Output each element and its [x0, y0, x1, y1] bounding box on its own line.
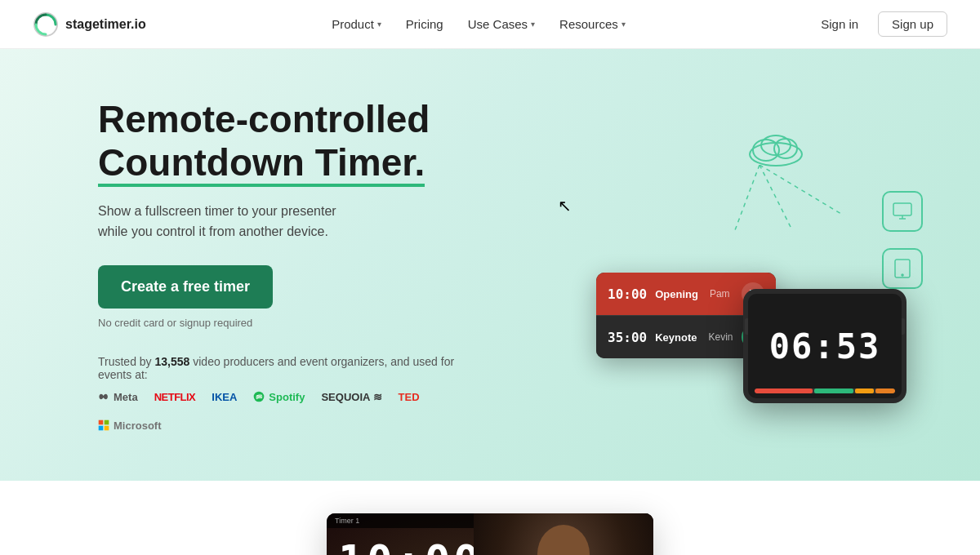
trust-section: Trusted by 13,558 video producers and ev…: [98, 355, 490, 432]
progress-orange: [875, 388, 895, 393]
svg-rect-2: [99, 420, 104, 425]
svg-point-7: [753, 140, 779, 161]
svg-line-10: [735, 165, 760, 230]
brand-netflix: NETFLIX: [154, 391, 196, 403]
timer2-time: 35:00: [608, 330, 647, 345]
svg-point-21: [537, 525, 590, 555]
nav-use-cases[interactable]: Use Cases ▾: [468, 17, 535, 31]
video-person: [474, 513, 653, 555]
brand-ikea: IKEA: [212, 391, 237, 403]
video-wrapper[interactable]: Timer 1 10:00: [327, 513, 653, 555]
nav-pricing[interactable]: Pricing: [406, 17, 443, 31]
brand-logos: Meta NETFLIX IKEA Spotify SEQUOIA ≋ TED …: [98, 391, 490, 432]
tablet-time: 06:53: [769, 326, 880, 366]
trust-text: Trusted by 13,558 video producers and ev…: [98, 355, 490, 381]
svg-rect-4: [99, 426, 104, 431]
cloud-illustration: [743, 126, 808, 170]
signin-button[interactable]: Sign in: [811, 12, 868, 36]
brand-microsoft: Microsoft: [98, 420, 162, 432]
tablet-display: 06:53: [743, 289, 906, 403]
site-logo[interactable]: stagetimer.io: [33, 11, 146, 38]
timer2-presenter: Kevin: [708, 331, 733, 343]
timer1-time: 10:00: [608, 286, 647, 302]
signup-button[interactable]: Sign up: [878, 11, 947, 37]
logo-text: stagetimer.io: [65, 17, 146, 32]
cursor-icon: ↖: [558, 196, 572, 215]
chevron-down-icon: ▾: [531, 20, 535, 29]
brand-ted: TED: [399, 391, 420, 403]
timer2-label: Keynote: [655, 331, 697, 344]
nav-product[interactable]: Product ▾: [332, 17, 381, 31]
progress-green: [814, 388, 853, 393]
monitor-icon: [892, 201, 913, 222]
person-figure: [498, 513, 629, 555]
person-silhouette: [474, 513, 653, 555]
chevron-down-icon: ▾: [377, 20, 381, 29]
brand-meta: Meta: [98, 391, 138, 403]
device-icon-monitor: [882, 191, 923, 232]
svg-point-0: [34, 13, 57, 36]
nav-actions: Sign in Sign up: [811, 11, 947, 37]
timer1-presenter: Pam: [710, 288, 730, 300]
video-big-time: 10:00: [327, 528, 494, 555]
timer1-label: Opening: [655, 288, 698, 300]
svg-rect-13: [893, 203, 911, 215]
cta-button[interactable]: Create a free timer: [98, 265, 273, 309]
hero-visual: 10:00 Opening Pam 35:00 Keynot: [555, 126, 931, 403]
tablet-icon: [893, 258, 911, 279]
hero-subtitle: Show a fullscreen timer to your presente…: [98, 201, 490, 242]
connection-lines: [719, 165, 866, 263]
video-section: Timer 1 10:00: [0, 481, 980, 555]
brand-sequoia: SEQUOIA ≋: [321, 391, 381, 403]
nav-links: Product ▾ Pricing Use Cases ▾ Resources …: [332, 17, 626, 31]
video-label: Timer 1: [335, 517, 359, 525]
progress-red: [755, 388, 813, 393]
device-icon-tablet: [882, 248, 923, 289]
nav-resources[interactable]: Resources ▾: [559, 17, 626, 31]
svg-rect-5: [105, 426, 109, 431]
svg-rect-3: [105, 420, 109, 425]
tablet-button-left: [745, 318, 748, 335]
svg-point-17: [902, 274, 903, 276]
brand-spotify: Spotify: [253, 391, 305, 403]
hero-title: Remote-controlled Countdown Timer.: [98, 98, 490, 184]
hero-section: Remote-controlled Countdown Timer. Show …: [0, 49, 980, 481]
tablet-button-right: [902, 318, 905, 335]
progress-yellow: [855, 388, 875, 393]
navbar: stagetimer.io Product ▾ Pricing Use Case…: [0, 0, 980, 49]
tablet-progress-bar: [755, 388, 895, 393]
cloud-icon: [743, 126, 808, 166]
chevron-down-icon: ▾: [621, 20, 626, 29]
hero-content: Remote-controlled Countdown Timer. Show …: [98, 98, 490, 432]
no-credit-text: No credit card or signup required: [98, 317, 490, 329]
